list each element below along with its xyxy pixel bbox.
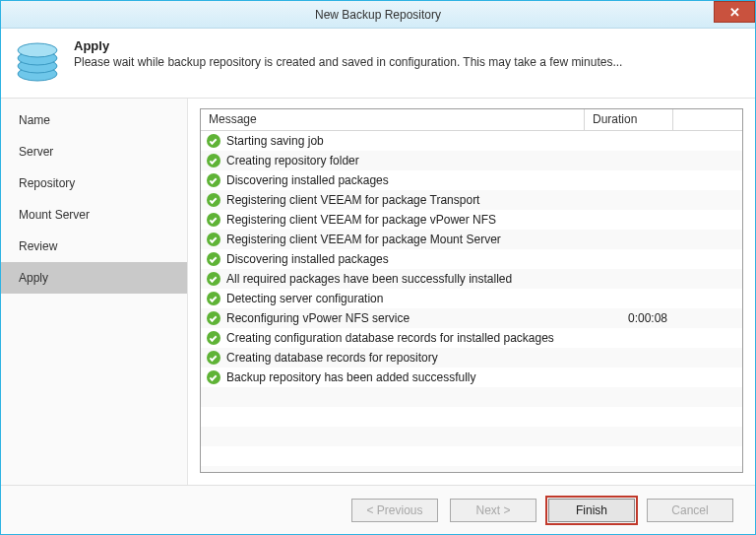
close-button[interactable]: ✕ xyxy=(714,1,755,23)
table-row[interactable]: Creating configuration database records … xyxy=(201,328,742,348)
message-text: Reconfiguring vPower NFS service xyxy=(226,311,410,325)
cell-message: Backup repository has been added success… xyxy=(201,370,585,384)
page-title: Apply xyxy=(74,38,622,53)
table-row-empty xyxy=(201,466,742,472)
grid-body[interactable]: Starting saving jobCreating repository f… xyxy=(201,131,742,472)
column-header-spacer xyxy=(673,109,742,130)
svg-point-3 xyxy=(18,43,57,57)
dialog-window: New Backup Repository ✕ Apply Please wai… xyxy=(0,0,756,535)
progress-grid: Message Duration Starting saving jobCrea… xyxy=(200,108,743,473)
success-icon xyxy=(207,370,220,384)
success-icon xyxy=(207,292,220,305)
table-row-empty xyxy=(201,407,742,427)
cell-message: Registering client VEEAM for package Mou… xyxy=(201,233,585,246)
cell-message: All required packages have been successf… xyxy=(201,272,585,286)
main-panel: Message Duration Starting saving jobCrea… xyxy=(188,99,755,485)
header-text: Apply Please wait while backup repositor… xyxy=(74,38,622,69)
message-text: Creating configuration database records … xyxy=(226,331,554,345)
sidebar-item-server[interactable]: Server xyxy=(1,136,187,167)
message-text: Registering client VEEAM for package Tra… xyxy=(226,193,479,207)
body: NameServerRepositoryMount ServerReviewAp… xyxy=(1,98,755,485)
titlebar: New Backup Repository ✕ xyxy=(1,1,755,29)
table-row[interactable]: Discovering installed packages xyxy=(201,170,742,190)
success-icon xyxy=(207,154,220,167)
next-button: Next > xyxy=(450,499,536,522)
table-row[interactable]: Starting saving job xyxy=(201,131,742,151)
finish-button[interactable]: Finish xyxy=(548,499,635,522)
cell-message: Creating repository folder xyxy=(201,154,585,167)
success-icon xyxy=(207,134,220,148)
cell-message: Creating database records for repository xyxy=(201,351,585,365)
table-row[interactable]: Discovering installed packages xyxy=(201,249,742,269)
cancel-button: Cancel xyxy=(647,499,733,522)
success-icon xyxy=(207,311,220,325)
table-row[interactable]: Reconfiguring vPower NFS service0:00:08 xyxy=(201,308,742,328)
success-icon xyxy=(207,233,220,246)
cell-message: Registering client VEEAM for package Tra… xyxy=(201,193,585,207)
cell-message: Discovering installed packages xyxy=(201,173,585,187)
sidebar-item-review[interactable]: Review xyxy=(1,231,187,262)
message-text: Starting saving job xyxy=(226,134,324,148)
success-icon xyxy=(207,193,220,207)
sidebar-item-name[interactable]: Name xyxy=(1,104,187,136)
grid-header: Message Duration xyxy=(201,109,742,131)
sidebar-item-apply[interactable]: Apply xyxy=(1,262,187,294)
window-title: New Backup Repository xyxy=(315,8,441,22)
message-text: Creating repository folder xyxy=(226,154,359,167)
message-text: Creating database records for repository xyxy=(226,351,438,365)
message-text: Backup repository has been added success… xyxy=(226,370,475,384)
column-header-message[interactable]: Message xyxy=(201,109,585,130)
cell-message: Reconfiguring vPower NFS service xyxy=(201,311,585,325)
page-subtitle: Please wait while backup repository is c… xyxy=(74,55,622,69)
message-text: Detecting server configuration xyxy=(226,292,383,305)
sidebar-item-mount-server[interactable]: Mount Server xyxy=(1,199,187,231)
success-icon xyxy=(207,331,220,345)
table-row[interactable]: Registering client VEEAM for package Tra… xyxy=(201,190,742,210)
table-row[interactable]: Registering client VEEAM for package Mou… xyxy=(201,230,742,249)
message-text: All required packages have been successf… xyxy=(226,272,512,286)
success-icon xyxy=(207,173,220,187)
success-icon xyxy=(207,252,220,266)
success-icon xyxy=(207,213,220,227)
wizard-sidebar: NameServerRepositoryMount ServerReviewAp… xyxy=(1,99,188,485)
repository-icon xyxy=(15,38,60,84)
table-row[interactable]: Backup repository has been added success… xyxy=(201,368,742,387)
table-row-empty xyxy=(201,387,742,407)
table-row[interactable]: Creating repository folder xyxy=(201,151,742,170)
table-row[interactable]: Registering client VEEAM for package vPo… xyxy=(201,210,742,230)
close-icon: ✕ xyxy=(729,5,740,20)
message-text: Discovering installed packages xyxy=(226,252,389,266)
message-text: Registering client VEEAM for package Mou… xyxy=(226,233,501,246)
cell-message: Starting saving job xyxy=(201,134,585,148)
footer: < Previous Next > Finish Cancel xyxy=(1,485,755,534)
message-text: Registering client VEEAM for package vPo… xyxy=(226,213,496,227)
cell-message: Detecting server configuration xyxy=(201,292,585,305)
message-text: Discovering installed packages xyxy=(226,173,389,187)
header: Apply Please wait while backup repositor… xyxy=(1,29,755,98)
cell-message: Creating configuration database records … xyxy=(201,331,585,345)
table-row[interactable]: Detecting server configuration xyxy=(201,289,742,308)
sidebar-item-repository[interactable]: Repository xyxy=(1,167,187,199)
success-icon xyxy=(207,272,220,286)
cell-duration: 0:00:08 xyxy=(585,311,673,325)
table-row-empty xyxy=(201,446,742,466)
table-row[interactable]: All required packages have been successf… xyxy=(201,269,742,289)
cell-message: Discovering installed packages xyxy=(201,252,585,266)
table-row-empty xyxy=(201,427,742,446)
cell-message: Registering client VEEAM for package vPo… xyxy=(201,213,585,227)
previous-button: < Previous xyxy=(351,499,438,522)
success-icon xyxy=(207,351,220,365)
column-header-duration[interactable]: Duration xyxy=(585,109,673,130)
table-row[interactable]: Creating database records for repository xyxy=(201,348,742,368)
